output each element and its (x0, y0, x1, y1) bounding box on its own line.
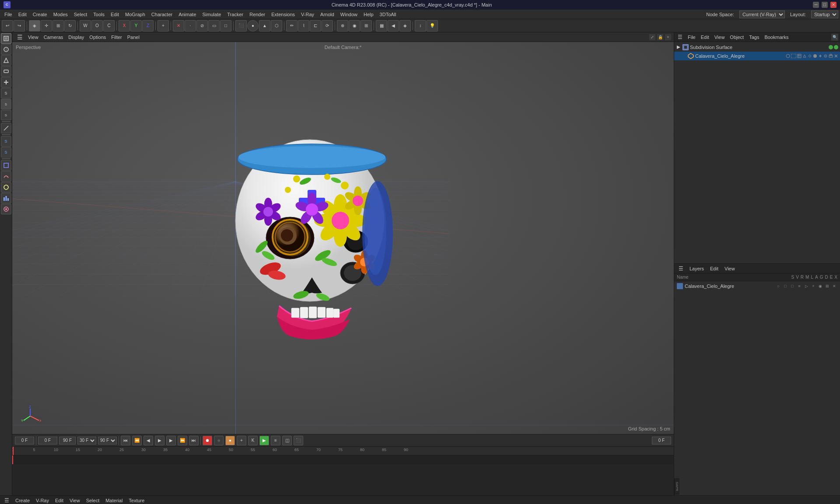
texture-mode-btn[interactable] (1, 44, 11, 55)
stop-btn[interactable]: ✕ (173, 20, 184, 32)
move-tool-btn[interactable]: ✛ (41, 20, 52, 32)
play-fwd-btn[interactable]: ▶ (259, 436, 269, 445)
menu-3dtoall[interactable]: 3DToAll (377, 11, 399, 18)
mograph-btn[interactable] (1, 193, 11, 203)
bottom-edit-menu[interactable]: Edit (53, 497, 65, 504)
obj-object-menu[interactable]: Object (728, 34, 746, 40)
menu-vray[interactable]: V-Ray (298, 11, 317, 18)
autokey-btn[interactable]: ○ (214, 436, 224, 445)
next-frame-btn[interactable]: ⏩ (178, 436, 187, 445)
layer-gen-icon[interactable]: ◉ (817, 284, 823, 288)
cube-btn[interactable]: ⬛ (235, 20, 247, 32)
obj-view-menu[interactable]: View (713, 34, 727, 40)
x-axis-btn[interactable]: X (119, 20, 130, 32)
obj-edit-dot-green[interactable] (834, 45, 838, 49)
generator-btn[interactable] (1, 160, 11, 171)
knife-tool-btn[interactable]: ⌇ (298, 20, 309, 32)
frame-end-input[interactable] (59, 437, 76, 444)
bottom-texture-menu[interactable]: Texture (127, 497, 146, 504)
menu-render[interactable]: Render (247, 11, 268, 18)
layout-select[interactable]: Startup (811, 10, 838, 18)
coord-world-btn[interactable]: W (80, 20, 91, 32)
obj-search-btn[interactable]: 🔍 (831, 34, 838, 41)
go-start-btn[interactable]: ⏮ (121, 436, 130, 445)
sculpt2-btn[interactable]: S (1, 110, 11, 120)
obj-tags-menu[interactable]: Tags (747, 34, 761, 40)
menu-mograph[interactable]: MoGraph (122, 11, 148, 18)
bottom-vray-menu[interactable]: V-Ray (34, 497, 51, 504)
snap-btn[interactable]: ⊕ (337, 20, 348, 32)
bottom-hamburger[interactable]: ☰ (3, 497, 11, 504)
redo-btn[interactable]: ↪ (14, 20, 25, 32)
obj-mode-btn[interactable]: □ (220, 20, 231, 32)
menu-tracker[interactable]: Tracker (224, 11, 246, 18)
layers-menu[interactable]: Layers (688, 266, 706, 272)
layer-deform-icon[interactable]: ⊞ (824, 284, 830, 288)
bridge-tool-btn[interactable]: ⊏ (310, 20, 321, 32)
sculpt-mode-btn[interactable] (1, 55, 11, 66)
spline-tool-btn[interactable]: S (1, 136, 11, 147)
bottom-view-menu[interactable]: View (68, 497, 82, 504)
menu-animate[interactable]: Animate (176, 11, 199, 18)
undo-btn[interactable]: ↩ (2, 20, 13, 32)
menu-window[interactable]: Window (338, 11, 360, 18)
grid-btn[interactable]: ⊞ (360, 20, 372, 32)
poly-mode-btn[interactable]: ▭ (208, 20, 220, 32)
minimize-btn[interactable]: ─ (813, 2, 819, 8)
play-menu-btn[interactable]: ≡ (271, 436, 280, 445)
paint2-btn[interactable]: S (1, 99, 11, 109)
bottom-material-menu[interactable]: Material (104, 497, 124, 504)
prev-frame-btn[interactable]: ⏪ (132, 436, 142, 445)
model-mode-btn[interactable] (1, 33, 11, 44)
layer-motion-icon[interactable]: ≡ (796, 284, 802, 288)
vp-cameras-menu[interactable]: Cameras (42, 34, 66, 40)
layer-render-icon[interactable]: □ (789, 284, 795, 288)
layer-exp-icon[interactable]: ✕ (831, 284, 837, 288)
layer-item-calavera[interactable]: Calavera_Cielo_Alegre ○ □ □ ≡ ▷ + ◉ ⊞ ✕ (674, 281, 840, 291)
node-space-select[interactable]: Current (V-Ray) (739, 10, 785, 18)
layers-edit-menu[interactable]: Edit (708, 266, 720, 272)
record-btn[interactable]: ⏺ (203, 436, 212, 445)
effector-btn[interactable] (1, 182, 11, 192)
spline2-btn[interactable]: S (1, 147, 11, 158)
coord-obj-btn[interactable]: O (91, 20, 103, 32)
menu-tools[interactable]: Tools (91, 11, 107, 18)
menu-edit2[interactable]: Edit (108, 11, 122, 18)
obj-vis-dot-green[interactable] (829, 45, 833, 49)
key-selection-btn[interactable]: K (248, 436, 258, 445)
render-btn[interactable]: ◀ (388, 20, 399, 32)
close-btn[interactable]: ✕ (830, 2, 836, 8)
layer-solo-icon[interactable]: ○ (775, 284, 781, 288)
coord-cam-btn[interactable]: C (103, 20, 115, 32)
next-key-btn[interactable]: ▶ (166, 436, 176, 445)
layer-anim-icon[interactable]: + (810, 284, 816, 288)
menu-create[interactable]: Create (30, 11, 50, 18)
object-tree[interactable]: Subdivision Surface Calavera_Cielo_Alegr… (674, 42, 840, 263)
layer-lock-icon[interactable]: ▷ (803, 284, 809, 288)
menu-arnold[interactable]: Arnold (318, 11, 337, 18)
preview-btn[interactable]: ⬛ (294, 436, 303, 445)
edges-mode-btn[interactable]: ⊘ (196, 20, 208, 32)
layers-view-menu[interactable]: View (723, 266, 737, 272)
vp-filter-menu[interactable]: Filter (109, 34, 124, 40)
vp-fullscreen-btn[interactable]: ⤢ (649, 34, 655, 40)
obj-item-subdivision[interactable]: Subdivision Surface (674, 43, 840, 52)
field-btn[interactable] (1, 204, 11, 214)
cone-btn[interactable]: ▲ (259, 20, 270, 32)
vp-options-menu[interactable]: Options (87, 34, 108, 40)
layer-vis-icon[interactable]: □ (782, 284, 788, 288)
frame-rate-select[interactable]: 30 F (77, 437, 96, 444)
vp-view-menu[interactable]: View (26, 34, 41, 40)
key-all-btn[interactable]: + (237, 436, 246, 445)
vp-menu-icon[interactable]: ☰ (15, 33, 25, 41)
current-frame-input[interactable] (15, 437, 34, 444)
obj-hamburger[interactable]: ☰ (676, 34, 684, 41)
pen-tool-btn[interactable]: ✏ (286, 20, 298, 32)
ipr-btn[interactable]: ◈ (399, 20, 411, 32)
vp-more-btn[interactable]: + (665, 34, 671, 40)
sphere-btn[interactable]: ● (247, 20, 259, 32)
side-tab-sapr[interactable]: SAPR (675, 478, 680, 495)
menu-modes[interactable]: Modes (51, 11, 70, 18)
obj-item-calavera[interactable]: Calavera_Cielo_Alegre (674, 52, 840, 60)
obj-file-menu[interactable]: File (686, 34, 697, 40)
